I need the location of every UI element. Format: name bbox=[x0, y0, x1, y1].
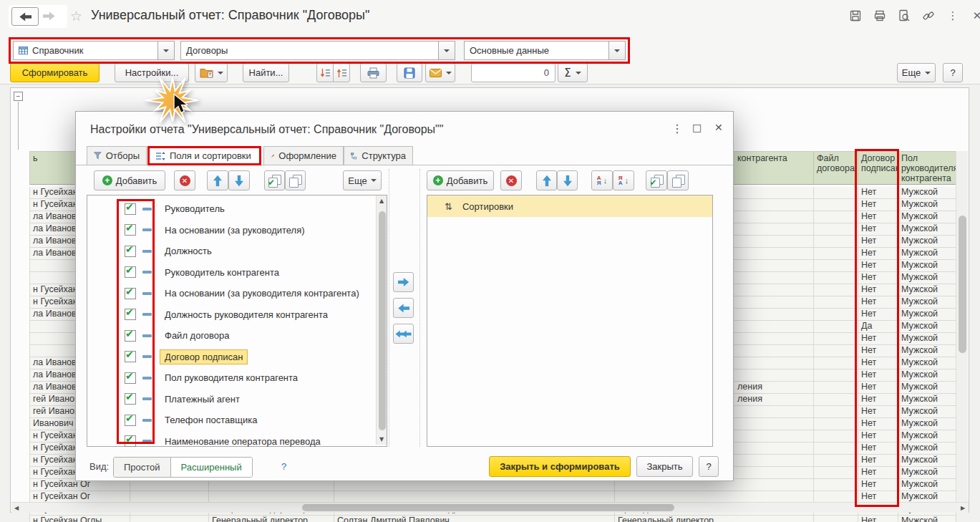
field-item[interactable]: ✔Должность руководителя контрагента bbox=[87, 304, 387, 326]
checkbox-checked-icon[interactable]: ✔ bbox=[125, 309, 136, 320]
sort-descending-za-button[interactable]: Я А ↓ bbox=[613, 170, 634, 190]
save-report-button[interactable] bbox=[397, 63, 422, 82]
add-field-button[interactable]: + Добавить bbox=[94, 170, 165, 190]
scroll-left-arrow-icon[interactable]: ◀ bbox=[14, 506, 19, 511]
field-item[interactable]: ✔На основании (за руководителя контраген… bbox=[87, 283, 387, 304]
field-item[interactable]: ✔Наименование оператора перевода bbox=[87, 431, 387, 453]
settings-button[interactable]: Настройки... bbox=[115, 63, 189, 82]
move-all-from-sorting-button[interactable] bbox=[393, 324, 414, 344]
move-from-sorting-button[interactable] bbox=[393, 298, 414, 318]
tab-fields-and-sorting[interactable]: Поля и сортировки bbox=[147, 146, 261, 165]
move-sorting-down-button[interactable] bbox=[557, 170, 578, 190]
data-kind-value[interactable]: Справочник bbox=[13, 41, 158, 60]
preview-icon[interactable] bbox=[896, 9, 912, 23]
checkbox-checked-icon[interactable]: ✔ bbox=[125, 203, 136, 215]
horizontal-scrollbar[interactable]: ◀ ▶ bbox=[11, 502, 969, 513]
field-item[interactable]: ✔Руководитель контрагента bbox=[87, 262, 387, 284]
checkbox-checked-icon[interactable]: ✔ bbox=[125, 393, 136, 405]
scroll-up-arrow-icon[interactable]: ▲ bbox=[379, 198, 384, 204]
field-item[interactable]: ✔Должность bbox=[87, 241, 387, 262]
checkbox-checked-icon[interactable]: ✔ bbox=[125, 351, 136, 362]
tab-structure[interactable]: Структура bbox=[344, 146, 413, 165]
vertical-scrollbar[interactable]: ▼ bbox=[956, 151, 968, 512]
collapse-group-button[interactable]: − bbox=[14, 92, 23, 101]
dialog-maximize-icon[interactable]: □ bbox=[692, 122, 702, 133]
field-item[interactable]: ✔Договор подписан bbox=[87, 347, 387, 368]
tab-filters[interactable]: Отборы bbox=[87, 146, 147, 165]
fields-scrollbar-thumb[interactable] bbox=[379, 211, 386, 430]
plus-icon: + bbox=[433, 175, 443, 185]
table-row[interactable]: н Гусейхан ОглыГенеральный директорСолта… bbox=[30, 516, 956, 522]
checkbox-checked-icon[interactable]: ✔ bbox=[125, 435, 136, 447]
check-all-fields-button[interactable]: ✔ bbox=[264, 170, 285, 190]
print-icon[interactable] bbox=[872, 9, 888, 23]
fields-more-button[interactable]: Еще bbox=[343, 170, 382, 190]
data-kind-dropdown-button[interactable] bbox=[158, 41, 175, 60]
checkbox-checked-icon[interactable]: ✔ bbox=[125, 224, 136, 236]
delete-field-button[interactable]: ✕ bbox=[174, 170, 195, 190]
move-field-down-button[interactable] bbox=[228, 170, 250, 190]
close-window-icon[interactable]: ✕ bbox=[969, 9, 980, 23]
object-dropdown-button[interactable] bbox=[439, 41, 455, 60]
section-dropdown-button[interactable] bbox=[609, 41, 626, 60]
checkbox-checked-icon[interactable]: ✔ bbox=[125, 266, 136, 278]
check-all-sortings-button[interactable]: ✔ bbox=[646, 170, 667, 190]
object-combo[interactable]: Договоры bbox=[180, 41, 455, 60]
close-button[interactable]: Закрыть bbox=[636, 456, 693, 477]
forward-button[interactable] bbox=[43, 11, 55, 23]
link-icon[interactable] bbox=[921, 9, 936, 23]
dialog-close-icon[interactable]: ✕ bbox=[714, 122, 723, 133]
delete-sorting-button[interactable]: ✕ bbox=[500, 170, 522, 190]
section-value[interactable]: Основные данные bbox=[464, 41, 609, 60]
section-combo[interactable]: Основные данные bbox=[464, 41, 626, 60]
move-sorting-up-button[interactable] bbox=[536, 170, 557, 190]
data-kind-combo[interactable]: Справочник bbox=[13, 41, 175, 60]
sort-descending-button[interactable] bbox=[316, 63, 334, 82]
sum-button[interactable]: Σ bbox=[558, 63, 588, 82]
uncheck-all-sortings-button[interactable] bbox=[667, 170, 689, 190]
view-simple-button[interactable]: Простой bbox=[114, 458, 171, 477]
close-and-generate-button[interactable]: Закрыть и сформировать bbox=[489, 456, 631, 477]
field-item[interactable]: ✔Телефон поставщика bbox=[87, 410, 387, 431]
dialog-help-button[interactable]: ? bbox=[699, 456, 719, 477]
find-button[interactable]: Найти... bbox=[243, 63, 289, 82]
move-to-sorting-button[interactable] bbox=[393, 272, 414, 292]
checkbox-checked-icon[interactable]: ✔ bbox=[125, 246, 136, 257]
favorite-star-icon[interactable]: ☆ bbox=[70, 8, 82, 24]
send-mail-button[interactable] bbox=[425, 63, 455, 82]
checkbox-checked-icon[interactable]: ✔ bbox=[125, 415, 136, 426]
scroll-down-arrow-icon[interactable]: ▼ bbox=[379, 437, 384, 443]
more-button[interactable]: Еще bbox=[897, 63, 936, 82]
field-item[interactable]: ✔Пол руководителя контрагента bbox=[87, 367, 387, 389]
add-sorting-button[interactable]: + Добавить bbox=[427, 170, 494, 190]
horizontal-scrollbar-thumb[interactable] bbox=[302, 504, 674, 511]
sortings-root-row[interactable]: ⇅ Сортировки bbox=[427, 195, 712, 217]
uncheck-all-fields-button[interactable] bbox=[285, 170, 306, 190]
view-help-link[interactable]: ? bbox=[281, 461, 286, 472]
save-icon[interactable] bbox=[848, 9, 863, 23]
field-item[interactable]: ✔Платежный агент bbox=[87, 389, 387, 410]
generate-button[interactable]: Сформировать bbox=[10, 63, 100, 82]
sort-ascending-az-button[interactable]: А Я ↓ bbox=[591, 170, 613, 190]
scroll-right-arrow-icon[interactable]: ▶ bbox=[961, 506, 965, 511]
print-button[interactable] bbox=[360, 63, 387, 82]
field-item[interactable]: ✔Файл договора bbox=[87, 325, 387, 347]
back-button[interactable] bbox=[11, 7, 39, 26]
field-item[interactable]: ✔На основании (за руководителя) bbox=[87, 220, 387, 241]
more-dots-icon[interactable]: ⋮ bbox=[945, 9, 961, 23]
tab-appearance[interactable]: Оформление bbox=[263, 146, 344, 165]
dialog-more-icon[interactable]: ⋮ bbox=[671, 122, 683, 135]
checkbox-checked-icon[interactable]: ✔ bbox=[125, 372, 136, 384]
help-button[interactable]: ? bbox=[943, 63, 963, 82]
object-value[interactable]: Договоры bbox=[180, 41, 439, 60]
vertical-scrollbar-thumb[interactable] bbox=[959, 216, 966, 353]
checkbox-checked-icon[interactable]: ✔ bbox=[125, 330, 136, 342]
view-advanced-button[interactable]: Расширенный bbox=[171, 458, 252, 477]
counter-field[interactable]: 0 bbox=[471, 63, 556, 82]
report-variants-button[interactable] bbox=[195, 63, 228, 82]
move-field-up-button[interactable] bbox=[207, 170, 228, 190]
checkbox-checked-icon[interactable]: ✔ bbox=[125, 288, 136, 299]
field-item[interactable]: ✔Руководитель bbox=[87, 198, 387, 220]
fields-scrollbar[interactable]: ▲ ▼ bbox=[376, 195, 387, 445]
sort-ascending-button[interactable] bbox=[333, 63, 350, 82]
